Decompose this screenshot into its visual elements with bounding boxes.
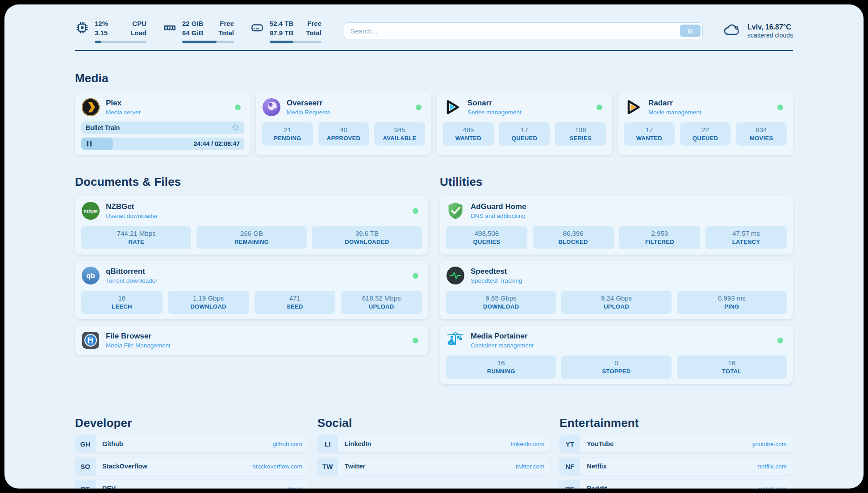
stat-label: MOVIES: [738, 135, 785, 142]
weather-condition: scattered clouds: [747, 32, 793, 39]
now-playing-title: Bullet Train: [86, 124, 120, 131]
stat-chip: 39.6 TB DOWNLOADED: [312, 226, 422, 249]
link-item-netflix[interactable]: NF Netflix netflix.com: [559, 458, 793, 475]
link-url: reddit.com: [759, 485, 787, 489]
ram-free-label: Free: [218, 19, 234, 28]
cloud-icon: [722, 21, 742, 40]
stat-value: 86,396: [534, 230, 612, 237]
stat-chip: 196 SERIES: [555, 122, 606, 146]
link-url: github.com: [273, 441, 302, 447]
system-stats: 12% 3.15 CPU Load: [75, 19, 321, 43]
stat-chip: 485 WANTED: [443, 122, 494, 146]
stat-value: 22: [682, 126, 729, 134]
app-description: Container management: [471, 342, 534, 349]
weather-location: Lviv, 16.87°C: [747, 23, 793, 32]
app-description: Media server: [106, 109, 141, 116]
stat-value: 744.21 Mbps: [83, 230, 189, 237]
stat-label: SEED: [256, 303, 334, 310]
plex-icon: [81, 98, 100, 117]
link-item-stackoverflow[interactable]: SO StackOverflow stackoverflow.com: [75, 458, 309, 475]
stat-label: DOWNLOADED: [314, 238, 420, 245]
weather-widget: Lviv, 16.87°C scattered clouds: [722, 21, 793, 40]
stat-value: 266 GB: [198, 230, 305, 237]
section-title-documents: Documents & Files: [75, 175, 428, 189]
link-name: Github: [102, 440, 123, 447]
ram-total-value: 64 GiB: [182, 28, 204, 38]
link-item-linkedin[interactable]: LI LinkedIn linkedin.com: [317, 435, 551, 452]
stat-label: DOWNLOAD: [170, 303, 247, 310]
cpu-load-label: Load: [130, 28, 146, 38]
stat-chip: 16 TOTAL: [677, 355, 787, 379]
now-playing-bar: Bullet Train: [81, 121, 244, 134]
link-item-twitter[interactable]: TW Twitter twitter.com: [317, 458, 551, 475]
link-url: youtube.com: [752, 441, 787, 447]
link-url: dev.to: [286, 485, 302, 489]
link-item-youtube[interactable]: YT YouTube youtube.com: [559, 435, 793, 452]
app-card-plex[interactable]: Plex Media server Bullet Train: [75, 92, 250, 155]
dashboard-page: 12% 3.15 CPU Load: [4, 4, 864, 489]
app-card-qbittorrent[interactable]: qb qBittorrent Torrent downloader 16 LEE…: [75, 261, 428, 319]
stat-chip: 40 APPROVED: [318, 122, 369, 146]
stat-value: 47.57 ms: [707, 230, 785, 237]
stat-value: 196: [557, 126, 604, 134]
stat-value: 39.6 TB: [314, 230, 420, 237]
search-input[interactable]: [344, 22, 703, 39]
stat-label: QUERIES: [448, 238, 526, 245]
app-card-portainer[interactable]: Media Portainer Container management 16 …: [440, 326, 793, 384]
disk-icon: [250, 21, 264, 37]
stat-value: 0.993 ms: [679, 294, 785, 302]
cpu-label: CPU: [130, 19, 146, 28]
stat-value: 471: [256, 294, 334, 302]
section-title-developer: Developer: [75, 416, 309, 430]
link-item-github[interactable]: GH Github github.com: [75, 435, 309, 452]
stat-label: TOTAL: [679, 368, 785, 375]
link-name: Twitter: [345, 463, 365, 470]
app-description: Movie management: [648, 109, 701, 116]
stat-chip: 22 QUEUED: [680, 122, 731, 146]
search-go-button[interactable]: G: [680, 25, 701, 37]
link-url: stackoverflow.com: [253, 463, 302, 470]
stat-label: PENDING: [264, 135, 311, 142]
sonarr-icon: [443, 98, 462, 117]
link-item-dev[interactable]: DT DEV dev.to: [75, 480, 309, 489]
section-title-media: Media: [75, 71, 793, 85]
app-name: qBittorrent: [106, 267, 158, 276]
filebrowser-icon: [81, 331, 100, 350]
app-card-speedtest[interactable]: Speedtest Speedtest Tracking 9.65 Gbps D…: [440, 261, 793, 319]
link-name: YouTube: [587, 440, 613, 447]
stat-label: SERIES: [557, 135, 604, 142]
overseerr-icon: [262, 98, 281, 117]
cpu-stat: 12% 3.15 CPU Load: [75, 19, 146, 43]
link-name: Netflix: [587, 463, 606, 470]
stat-value: 16: [83, 294, 161, 302]
stat-chip: 21 PENDING: [262, 122, 313, 146]
app-card-sonarr[interactable]: Sonarr Series management 485 WANTED 17 Q…: [437, 92, 612, 155]
cpu-load-value: 3.15: [95, 28, 108, 38]
ram-icon: [163, 21, 177, 37]
nzbget-icon: nzbget: [81, 201, 100, 220]
link-abbr-badge: TW: [317, 458, 338, 475]
app-card-radarr[interactable]: Radarr Movie management 17 WANTED 22 QUE…: [618, 92, 793, 155]
app-name: File Browser: [106, 332, 171, 341]
gear-icon[interactable]: [232, 124, 240, 132]
stat-label: DOWNLOAD: [448, 303, 554, 310]
status-online-dot: [777, 104, 783, 110]
app-name: AdGuard Home: [471, 202, 526, 211]
link-abbr-badge: LI: [317, 435, 338, 452]
ram-stat: 22 GiB 64 GiB Free Total: [163, 19, 234, 43]
app-card-nzbget[interactable]: nzbget NZBGet Usenet downloader 744.21 M…: [75, 196, 428, 255]
link-item-reddit[interactable]: RE Reddit reddit.com: [559, 480, 793, 489]
speedtest-icon: [446, 266, 465, 285]
stat-value: 40: [320, 126, 367, 134]
app-card-filebrowser[interactable]: File Browser Media File Management: [75, 326, 428, 355]
stat-label: PING: [679, 303, 785, 310]
stat-chip: 17 WANTED: [624, 122, 675, 146]
cpu-percent: 12%: [95, 19, 108, 28]
app-description: Media Requests: [287, 109, 330, 116]
disk-free-label: Free: [306, 19, 321, 28]
app-card-adguard[interactable]: AdGuard Home DNS and adblocking 498,508 …: [440, 196, 793, 255]
stat-chip: 16 LEECH: [81, 291, 163, 314]
ram-progress-bar: [182, 41, 234, 43]
app-description: Usenet downloader: [106, 213, 158, 219]
app-card-overseerr[interactable]: Overseerr Media Requests 21 PENDING 40 A…: [256, 92, 431, 155]
